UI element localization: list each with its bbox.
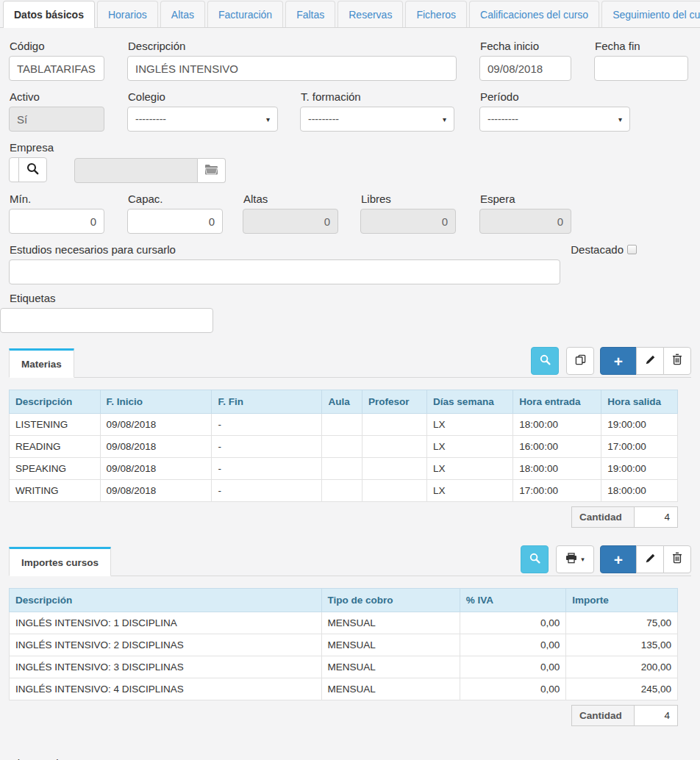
column-header[interactable]: Hora entrada (513, 390, 601, 414)
tab-altas[interactable]: Altas (160, 1, 205, 27)
column-header[interactable]: % IVA (460, 589, 566, 612)
colegio-select[interactable]: --------- ▾ (127, 107, 278, 132)
field-altas: Altas (243, 193, 338, 234)
min-input[interactable] (9, 209, 104, 234)
empresa-search-button[interactable] (9, 157, 47, 182)
field-observaciones: Observaciones ▾ (9, 757, 691, 760)
field-espera: Espera (479, 193, 571, 234)
field-etiquetas: Etiquetas (0, 292, 691, 333)
estudios-input[interactable] (9, 259, 560, 284)
empresa-open-button[interactable] (198, 158, 226, 183)
tab-datos-basicos[interactable]: Datos básicos (3, 1, 95, 28)
field-codigo: Código (9, 40, 104, 81)
materias-search-button[interactable] (531, 347, 559, 375)
field-descripcion: Descripción (127, 40, 457, 81)
tab-importes-cursos[interactable]: Importes cursos (9, 547, 111, 576)
tab-ficheros[interactable]: Ficheros (405, 1, 467, 27)
espera-input (479, 209, 571, 234)
column-header[interactable]: F. Inicio (100, 390, 212, 414)
libres-input (360, 209, 456, 234)
printer-icon (565, 553, 577, 567)
tab-materias[interactable]: Materias (9, 348, 74, 378)
trash-icon (672, 354, 682, 368)
importes-header-row: Descripción Tipo de cobro % IVA Importe (10, 589, 678, 612)
colegio-label: Colegio (128, 90, 278, 103)
materias-section-header: Materias + (9, 347, 691, 378)
materias-cantidad: Cantidad 4 (571, 506, 678, 528)
fecha-fin-input[interactable] (594, 56, 688, 81)
materias-delete-button[interactable] (663, 347, 691, 375)
column-header[interactable]: Tipo de cobro (321, 589, 460, 612)
field-capac: Capac. (127, 193, 223, 234)
table-row[interactable]: INGLÉS INTENSIVO: 3 DISCIPLINASMENSUAL 0… (10, 656, 678, 678)
table-row[interactable]: INGLÉS INTENSIVO: 4 DISCIPLINASMENSUAL 0… (10, 678, 678, 700)
destacado-checkbox[interactable] (627, 245, 637, 254)
altas-label: Altas (243, 193, 338, 205)
importes-print-button[interactable]: ▾ (556, 545, 594, 573)
capac-input[interactable] (127, 209, 223, 234)
materias-copy-button[interactable] (566, 347, 594, 375)
column-header[interactable]: F. Fin (212, 390, 322, 414)
plus-icon: + (614, 354, 623, 369)
etiquetas-input[interactable] (0, 308, 213, 333)
min-label: Mín. (10, 193, 104, 205)
importes-search-button[interactable] (521, 545, 549, 573)
cantidad-value: 4 (635, 706, 677, 725)
tab-seguimiento-del-curso[interactable]: Seguimiento del curso (601, 1, 700, 27)
empresa-search-stub (10, 158, 19, 182)
descripcion-label: Descripción (128, 40, 457, 52)
field-periodo: Período --------- ▾ (479, 90, 630, 132)
field-activo: Activo (9, 90, 104, 132)
importes-delete-button[interactable] (663, 545, 691, 573)
importes-add-button[interactable]: + (600, 545, 637, 573)
field-min: Mín. (9, 193, 104, 234)
field-fecha-inicio: Fecha inicio (479, 40, 571, 81)
chevron-down-icon: ▾ (618, 115, 622, 123)
empresa-value-group (74, 158, 226, 183)
column-header[interactable]: Importe (566, 589, 678, 612)
t-formacion-select[interactable]: --------- ▾ (300, 107, 454, 132)
materias-edit-button[interactable] (636, 347, 664, 375)
codigo-input[interactable] (9, 56, 104, 81)
importes-table: Descripción Tipo de cobro % IVA Importe … (9, 588, 678, 700)
descripcion-input[interactable] (127, 56, 457, 81)
importes-toolbar: ▾ + (521, 545, 691, 573)
column-header[interactable]: Aula (322, 390, 362, 414)
importes-cantidad: Cantidad 4 (571, 705, 678, 726)
tab-facturacion[interactable]: Facturación (207, 1, 283, 27)
etiquetas-label: Etiquetas (10, 292, 691, 304)
table-row[interactable]: READING09/08/2018- LX16:00:0017:00:00 (10, 436, 678, 458)
tab-horarios[interactable]: Horarios (97, 1, 158, 27)
materias-add-button[interactable]: + (600, 347, 637, 375)
materias-header-row: Descripción F. Inicio F. Fin Aula Profes… (10, 390, 678, 414)
cantidad-label: Cantidad (572, 706, 635, 725)
tab-reservas[interactable]: Reservas (338, 1, 403, 27)
tab-calificaciones-del-curso[interactable]: Calificaciones del curso (469, 1, 599, 27)
cantidad-value: 4 (635, 507, 677, 527)
table-row[interactable]: SPEAKING09/08/2018- LX18:00:0019:00:00 (10, 458, 678, 480)
chevron-down-icon: ▾ (443, 115, 446, 123)
table-row[interactable]: INGLÉS INTENSIVO: 1 DISCIPLINAMENSUAL 0,… (10, 612, 678, 634)
column-header[interactable]: Profesor (362, 390, 426, 414)
table-row[interactable]: INGLÉS INTENSIVO: 2 DISCIPLINASMENSUAL 0… (10, 634, 678, 656)
tab-faltas[interactable]: Faltas (285, 1, 335, 27)
field-destacado: Destacado (571, 243, 637, 256)
empresa-label: Empresa (10, 141, 54, 154)
column-header[interactable]: Días semana (427, 390, 513, 414)
field-empresa: Empresa (9, 141, 54, 182)
copy-icon (575, 354, 586, 368)
observaciones-label: Observaciones (9, 757, 691, 760)
t-formacion-selected-value: --------- (308, 113, 339, 125)
column-header[interactable]: Descripción (10, 390, 101, 414)
column-header[interactable]: Descripción (10, 589, 322, 612)
empresa-name-input (74, 158, 198, 183)
periodo-select[interactable]: --------- ▾ (479, 107, 630, 132)
search-icon (26, 162, 39, 178)
activo-label: Activo (10, 90, 104, 103)
field-t-formacion: T. formación --------- ▾ (300, 90, 454, 132)
column-header[interactable]: Hora salida (601, 390, 678, 414)
table-row[interactable]: WRITING09/08/2018- LX17:00:0018:00:00 (10, 480, 678, 502)
importes-edit-button[interactable] (636, 545, 664, 573)
table-row[interactable]: LISTENING09/08/2018- LX18:00:0019:00:00 (10, 414, 678, 436)
fecha-inicio-input[interactable] (479, 56, 571, 81)
